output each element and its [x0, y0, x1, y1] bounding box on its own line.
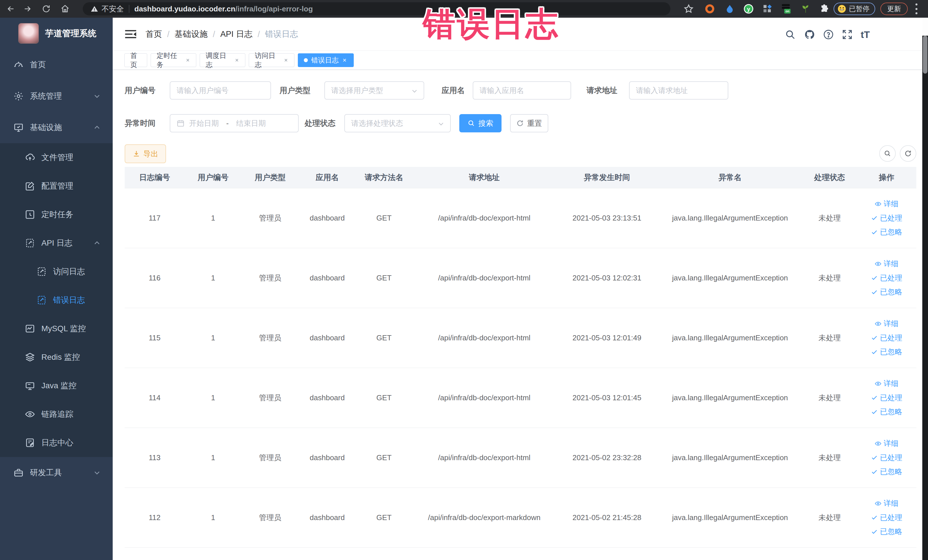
- sidebar-item-home[interactable]: 首页: [0, 49, 113, 81]
- mark-ignored-link[interactable]: 已忽略: [871, 347, 902, 357]
- detail-link[interactable]: 详细: [875, 319, 899, 329]
- close-tab-icon[interactable]: [185, 58, 190, 63]
- refresh-table-button[interactable]: [900, 145, 916, 162]
- column-header: 请求地址: [412, 172, 556, 183]
- browser-reload-icon[interactable]: [41, 3, 52, 15]
- sidebar-collapse-icon[interactable]: [125, 29, 137, 40]
- detail-link[interactable]: 详细: [875, 379, 899, 389]
- detail-link[interactable]: 详细: [875, 439, 899, 449]
- tab-scheduled-jobs[interactable]: 定时任务: [151, 53, 196, 67]
- sidebar-item-redis-monitor[interactable]: Redis 监控: [0, 343, 113, 371]
- view-icon: [875, 440, 882, 447]
- extensions-puzzle-icon[interactable]: [819, 4, 830, 14]
- browser-menu-icon[interactable]: [915, 3, 917, 14]
- mark-processed-link[interactable]: 已处理: [871, 214, 902, 223]
- search-icon[interactable]: [785, 29, 796, 40]
- app-name-cell: dashboard: [299, 214, 356, 223]
- check-icon: [871, 528, 878, 535]
- mark-ignored-link[interactable]: 已忽略: [871, 407, 902, 417]
- address-bar[interactable]: 不安全 dashboard.yudao.iocoder.cn/infra/log…: [83, 2, 670, 15]
- page-scrollbar[interactable]: [922, 18, 928, 560]
- extension-grid-icon[interactable]: [762, 4, 772, 14]
- fullscreen-icon[interactable]: [842, 29, 853, 40]
- sidebar-item-trace[interactable]: 链路追踪: [0, 400, 113, 429]
- svg-text:y: y: [747, 6, 750, 12]
- tab-error-log[interactable]: 错误日志: [298, 53, 354, 67]
- app-name-cell: dashboard: [299, 333, 356, 343]
- mark-processed-link[interactable]: 已处理: [871, 453, 902, 463]
- exception-time-range-picker[interactable]: 开始日期 - 结束日期: [170, 114, 299, 132]
- sidebar-item-error-log[interactable]: 错误日志: [0, 286, 113, 314]
- request-method-cell: GET: [356, 393, 412, 403]
- close-tab-icon[interactable]: [284, 58, 288, 63]
- tab-schedule-log[interactable]: 调度日志: [200, 53, 245, 67]
- detail-link[interactable]: 详细: [875, 199, 899, 209]
- sidebar-item-log-center[interactable]: 日志中心: [0, 429, 113, 457]
- browser-update-button[interactable]: 更新: [881, 3, 908, 15]
- check-icon: [871, 229, 878, 236]
- app-title: 芋道管理系统: [45, 27, 96, 40]
- mark-ignored-link[interactable]: 已忽略: [871, 467, 902, 477]
- extension-on-badge-icon[interactable]: on: [781, 4, 791, 14]
- extension-plant-icon[interactable]: [800, 4, 811, 14]
- close-tab-icon[interactable]: [235, 58, 240, 63]
- sidebar-item-system-management[interactable]: 系统管理: [0, 81, 113, 112]
- app-name-input[interactable]: 请输入应用名: [473, 81, 571, 99]
- breadcrumb-home[interactable]: 首页: [145, 29, 162, 40]
- reset-button[interactable]: 重置: [510, 114, 548, 132]
- process-status-select[interactable]: 请选择处理状态: [344, 114, 451, 132]
- exception-time-cell: 2021-05-03 23:13:51: [556, 214, 658, 223]
- toggle-search-button[interactable]: [879, 145, 896, 162]
- app-name-cell: dashboard: [299, 393, 356, 403]
- search-button[interactable]: 搜索: [459, 114, 502, 132]
- request-method-cell: GET: [356, 214, 412, 223]
- sidebar-item-mysql-monitor[interactable]: MySQL 监控: [0, 314, 113, 343]
- browser-home-icon[interactable]: [60, 3, 71, 15]
- sidebar-item-api-log[interactable]: API 日志: [0, 229, 113, 257]
- mark-processed-link[interactable]: 已处理: [871, 333, 902, 343]
- sidebar-item-config-management[interactable]: 配置管理: [0, 172, 113, 200]
- app-name-label: 应用名: [442, 81, 465, 99]
- tab-access-log[interactable]: 访问日志: [249, 53, 295, 67]
- app-logo-row[interactable]: 芋道管理系统: [0, 18, 113, 49]
- mark-ignored-link[interactable]: 已忽略: [871, 227, 902, 237]
- bookmark-star-icon[interactable]: [684, 4, 694, 14]
- mark-ignored-link[interactable]: 已忽略: [871, 287, 902, 297]
- breadcrumb-api-log[interactable]: API 日志: [220, 29, 252, 40]
- breadcrumb-infra[interactable]: 基础设施: [175, 29, 208, 40]
- help-icon[interactable]: [823, 29, 834, 40]
- document-edit-icon: [37, 295, 47, 305]
- detail-link[interactable]: 详细: [875, 259, 899, 269]
- infrastructure-submenu: 文件管理 配置管理 定时任务 API 日志 访问日志 错误日志: [0, 143, 113, 457]
- mark-processed-link[interactable]: 已处理: [871, 273, 902, 283]
- browser-back-icon[interactable]: [5, 3, 17, 15]
- github-icon[interactable]: [804, 29, 815, 40]
- extension-blue-drop-icon[interactable]: [725, 4, 735, 14]
- font-size-icon[interactable]: tT: [861, 29, 878, 40]
- mark-ignored-link[interactable]: 已忽略: [871, 527, 902, 537]
- browser-forward-icon[interactable]: [22, 3, 33, 15]
- sidebar-item-infrastructure[interactable]: 基础设施: [0, 112, 113, 143]
- chevron-down-icon: [93, 92, 101, 100]
- scrollbar-thumb[interactable]: [923, 36, 927, 73]
- detail-link[interactable]: 详细: [875, 499, 899, 508]
- extension-orange-ring-icon[interactable]: [705, 4, 715, 14]
- check-icon: [871, 215, 878, 221]
- mark-processed-link[interactable]: 已处理: [871, 513, 902, 523]
- sidebar-item-scheduled-jobs[interactable]: 定时任务: [0, 200, 113, 229]
- export-button[interactable]: 导出: [125, 144, 166, 163]
- request-url-input[interactable]: 请输入请求地址: [629, 81, 728, 99]
- user-id-input[interactable]: 请输入用户编号: [170, 81, 271, 99]
- profile-paused-button[interactable]: 已暂停: [833, 3, 875, 15]
- user-type-select[interactable]: 请选择用户类型: [324, 81, 424, 99]
- row-actions: 详细 已处理 已忽略: [857, 259, 916, 297]
- view-icon: [875, 380, 882, 387]
- sidebar-item-dev-tools[interactable]: 研发工具: [0, 457, 113, 488]
- close-tab-icon[interactable]: [342, 58, 347, 63]
- extension-green-y-icon[interactable]: y: [743, 4, 754, 14]
- mark-processed-link[interactable]: 已处理: [871, 393, 902, 403]
- sidebar-item-file-management[interactable]: 文件管理: [0, 143, 113, 172]
- sidebar-item-java-monitor[interactable]: Java 监控: [0, 371, 113, 400]
- tab-home[interactable]: 首页: [124, 53, 147, 67]
- sidebar-item-access-log[interactable]: 访问日志: [0, 257, 113, 286]
